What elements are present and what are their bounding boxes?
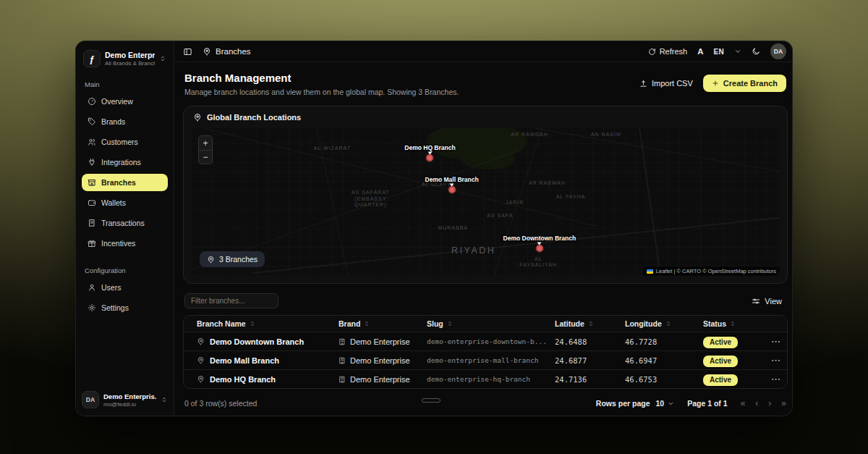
last-page-button[interactable]: » (781, 399, 786, 408)
sort-icon (665, 321, 671, 327)
moon-icon[interactable] (752, 47, 760, 56)
sidebar-item-label: Branches (101, 178, 136, 187)
map-zoom-controls: + − (198, 135, 213, 164)
marker-dot[interactable] (535, 245, 543, 253)
sidebar-toggle-icon[interactable] (183, 47, 192, 56)
plug-icon (88, 158, 96, 167)
main-area: Branches Refresh A EN DA (174, 41, 792, 416)
map-pin-icon (197, 337, 205, 345)
marker-dot[interactable] (426, 154, 434, 162)
leaflet-map[interactable]: AR RAWDAH AN NASIM AL WIZARAT AS SAFARAT… (191, 128, 780, 276)
org-switcher[interactable]: ƒ Demo Enterprise All Brands & Branch... (82, 49, 168, 69)
sort-icon (730, 321, 736, 327)
language-label: EN (714, 48, 725, 56)
column-header-latitude[interactable]: Latitude (555, 319, 625, 328)
font-size-icon[interactable]: A (697, 47, 703, 56)
marker-caret (427, 152, 432, 155)
refresh-icon (648, 48, 656, 56)
users-icon (88, 138, 96, 146)
next-page-button[interactable]: › (768, 399, 771, 408)
sidebar-item-branches[interactable]: Branches (82, 174, 168, 191)
building-icon (339, 357, 346, 364)
column-header-brand[interactable]: Brand (339, 319, 427, 328)
refresh-button[interactable]: Refresh (648, 47, 688, 56)
table-row[interactable]: Demo Downtown Branch Demo Enterprise dem… (184, 332, 787, 350)
import-csv-button[interactable]: Import CSV (639, 79, 693, 88)
row-actions-button[interactable]: ⋯ (770, 355, 787, 366)
row-actions-button[interactable]: ⋯ (770, 374, 787, 384)
sidebar-item-integrations[interactable]: Integrations (82, 154, 168, 171)
gauge-icon (88, 97, 96, 106)
row-actions-button[interactable]: ⋯ (770, 336, 787, 347)
branch-latitude: 24.6488 (555, 337, 625, 346)
selected-rows-text: 0 of 3 row(s) selected (184, 399, 257, 408)
sidebar-item-overview[interactable]: Overview (82, 93, 168, 110)
map-attribution[interactable]: Leaflet | © CARTO © OpenStreetMap contri… (643, 266, 780, 276)
marker-dot[interactable] (448, 186, 456, 194)
view-button[interactable]: View (747, 295, 786, 308)
table-row[interactable]: Demo HQ Branch Demo Enterprise demo-ente… (184, 369, 787, 388)
table-row[interactable]: Demo Mall Branch Demo Enterprise demo-en… (184, 350, 787, 369)
map-card-title: Global Branch Locations (207, 113, 301, 122)
zoom-out-button[interactable]: − (199, 150, 212, 164)
sort-icon (588, 321, 594, 327)
sidebar-item-users[interactable]: Users (82, 279, 168, 296)
app-window: ƒ Demo Enterprise All Brands & Branch...… (75, 41, 793, 416)
map-area-label: AS SAFA (487, 213, 513, 218)
sidebar-item-label: Settings (101, 303, 129, 312)
column-header-slug[interactable]: Slug (427, 319, 555, 328)
topbar-avatar[interactable]: DA (770, 43, 786, 59)
table-header-row: Branch Name Brand Slug Latitude (184, 316, 787, 332)
column-header-longitude[interactable]: Longitude (625, 319, 703, 328)
branch-name: Demo Mall Branch (210, 356, 279, 365)
filter-branches-input[interactable] (184, 293, 278, 308)
map-area-label: AR RABWAH (529, 180, 566, 185)
sidebar-user-menu[interactable]: DA Demo Enterpris... mo@feddi.io (82, 391, 168, 408)
rows-per-page-select[interactable]: 10 (655, 399, 674, 408)
sidebar-item-label: Customers (101, 138, 138, 146)
upload-icon (639, 80, 647, 88)
sidebar-item-incentives[interactable]: Incentives (82, 235, 168, 252)
map-marker-mall[interactable]: Demo Mall Branch (448, 186, 456, 194)
map-area-label: AS SAFARAT (EMBASSY QUARTER) (349, 190, 391, 209)
org-logo: ƒ (83, 50, 101, 67)
table-footer: 0 of 3 row(s) selected Rows per page 10 … (184, 395, 786, 411)
org-subtitle: All Brands & Branch... (105, 60, 155, 67)
map-area-label: AN NASIM (591, 132, 621, 137)
breadcrumb-label: Branches (216, 47, 251, 56)
branch-name: Demo Downtown Branch (210, 337, 304, 346)
sidebar-item-label: Users (101, 283, 121, 292)
sidebar-item-brands[interactable]: Brands (82, 113, 168, 130)
sidebar-item-transactions[interactable]: Transactions (82, 214, 168, 232)
table-toolbar: View (183, 293, 788, 308)
sidebar-item-settings[interactable]: Settings (82, 299, 168, 316)
sidebar-item-wallets[interactable]: Wallets (82, 194, 168, 211)
previous-page-button[interactable]: ‹ (755, 399, 758, 408)
brand-name: Demo Enterprise (350, 356, 410, 365)
chevrons-up-down-icon (161, 396, 168, 403)
marker-label: Demo HQ Branch (404, 144, 455, 151)
column-header-status[interactable]: Status (703, 319, 770, 328)
map-park (461, 149, 514, 170)
create-branch-button[interactable]: Create Branch (703, 75, 786, 92)
tag-icon (88, 117, 96, 126)
user-name: Demo Enterpris... (103, 392, 156, 400)
status-badge: Active (703, 356, 738, 367)
chevron-down-icon[interactable] (734, 48, 741, 55)
store-icon (88, 178, 96, 187)
zoom-in-button[interactable]: + (199, 136, 212, 150)
org-name: Demo Enterprise (105, 51, 155, 59)
user-email: mo@feddi.io (103, 401, 156, 408)
breadcrumb: Branches (203, 47, 251, 56)
sidebar-item-customers[interactable]: Customers (82, 133, 168, 151)
map-marker-downtown[interactable]: Demo Downtown Branch (535, 245, 543, 253)
column-header-branch-name[interactable]: Branch Name (184, 319, 339, 328)
horizontal-scrollbar-thumb[interactable] (422, 398, 441, 403)
branch-count-badge: 3 Branches (200, 251, 265, 267)
branch-slug: demo-enterprise-mall-branch (427, 356, 555, 364)
map-marker-hq[interactable]: Demo HQ Branch (426, 154, 434, 162)
page-subtitle: Manage branch locations and view them on… (184, 88, 459, 96)
language-select[interactable]: EN (714, 48, 725, 56)
page-header: Branch Management Manage branch location… (183, 72, 788, 96)
first-page-button[interactable]: « (741, 399, 746, 408)
